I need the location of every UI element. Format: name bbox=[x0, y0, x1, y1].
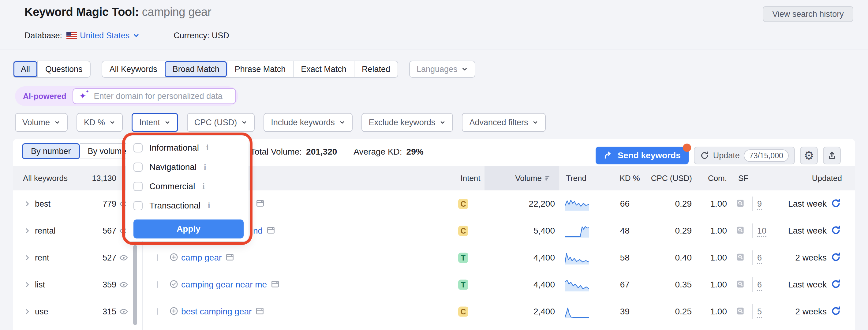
add-keyword-icon bbox=[169, 252, 179, 262]
refresh-row-button[interactable] bbox=[831, 198, 841, 210]
tab-all-keywords[interactable]: All Keywords bbox=[102, 61, 165, 77]
column-volume[interactable]: Volume bbox=[485, 166, 552, 190]
search-query: camping gear bbox=[142, 5, 212, 18]
average-kd-label: Average KD: bbox=[353, 147, 402, 157]
kd-value: 48 bbox=[620, 226, 629, 236]
view-search-history-button[interactable]: View search history bbox=[763, 6, 853, 22]
update-quota-pill: 73/15,000 bbox=[744, 149, 789, 162]
intent-option-navigational[interactable]: Navigationali bbox=[126, 157, 249, 177]
sf-count[interactable]: 9 bbox=[757, 199, 762, 210]
cpc-value: 0.29 bbox=[675, 226, 692, 236]
keyword-link[interactable]: camp gear bbox=[181, 253, 222, 263]
send-keywords-button[interactable]: Send keywords bbox=[596, 147, 688, 164]
kd-value: 67 bbox=[620, 280, 629, 290]
sort-descending-icon bbox=[545, 175, 552, 181]
tab-related[interactable]: Related bbox=[354, 61, 398, 77]
option-label: Transactional bbox=[149, 201, 200, 211]
sf-count[interactable]: 6 bbox=[757, 280, 762, 291]
match-type-tabs: AllQuestions All KeywordsBroad MatchPhra… bbox=[13, 61, 475, 78]
row-checkbox[interactable] bbox=[157, 281, 158, 288]
chevron-down-icon bbox=[439, 119, 446, 125]
column-kd[interactable]: KD % bbox=[620, 174, 640, 183]
intent-option-informational[interactable]: Informationali bbox=[126, 138, 249, 157]
intent-option-transactional[interactable]: Transactionali bbox=[126, 196, 249, 215]
domain-input[interactable] bbox=[93, 91, 229, 101]
chevron-down-icon bbox=[109, 119, 115, 125]
info-icon[interactable]: i bbox=[202, 182, 205, 191]
tab-exact-match[interactable]: Exact Match bbox=[293, 61, 354, 77]
column-sf[interactable]: SF bbox=[738, 174, 748, 183]
keyword-link[interactable]: camping gear near me bbox=[181, 280, 267, 290]
ai-powered-badge: AI-powered bbox=[23, 92, 66, 101]
option-checkbox[interactable] bbox=[133, 182, 143, 191]
info-icon[interactable]: i bbox=[204, 162, 206, 172]
update-button[interactable]: Update 73/15,000 bbox=[694, 147, 795, 164]
option-checkbox[interactable] bbox=[133, 143, 143, 152]
info-icon[interactable]: i bbox=[206, 143, 209, 152]
all-keywords-header-label: All keywords bbox=[23, 174, 68, 183]
row-checkbox[interactable] bbox=[157, 308, 158, 315]
keyword-row: camp gearT4,400580.401.0062 weeks bbox=[13, 244, 855, 271]
currency-text: Currency: USD bbox=[174, 31, 229, 40]
updated-value: 2 weeks bbox=[795, 253, 827, 263]
serp-preview-icon bbox=[225, 252, 235, 262]
toggle-by-number[interactable]: By number bbox=[22, 143, 80, 159]
refresh-row-button[interactable] bbox=[831, 252, 841, 264]
filter-volume[interactable]: Volume bbox=[15, 113, 68, 132]
intent-badge: C bbox=[458, 199, 468, 209]
filter-kd[interactable]: KD % bbox=[76, 113, 123, 132]
intent-badge: T bbox=[458, 253, 468, 263]
column-com[interactable]: Com. bbox=[708, 174, 727, 183]
sf-count[interactable]: 6 bbox=[757, 253, 762, 264]
refresh-row-button[interactable] bbox=[831, 225, 841, 237]
keyword-link[interactable]: best camping gear bbox=[181, 307, 252, 317]
sf-count[interactable]: 5 bbox=[757, 307, 762, 318]
serp-preview-icon bbox=[266, 226, 275, 235]
filter-cpc-usd[interactable]: CPC (USD) bbox=[187, 113, 255, 132]
filters-row: VolumeKD %IntentCPC (USD)Include keyword… bbox=[15, 113, 546, 132]
export-button[interactable] bbox=[823, 147, 841, 164]
toolbar-actions: Send keywords Update 73/15,000 ⚙ bbox=[596, 147, 841, 164]
tab-phrase-match[interactable]: Phrase Match bbox=[227, 61, 293, 77]
volume-value: 22,200 bbox=[529, 199, 555, 209]
settings-button[interactable]: ⚙ bbox=[800, 147, 818, 164]
chevron-down-icon bbox=[164, 119, 170, 125]
intent-options: InformationaliNavigationaliCommercialiTr… bbox=[126, 138, 249, 215]
intent-badge: C bbox=[458, 226, 468, 236]
filter-exclude-keywords[interactable]: Exclude keywords bbox=[362, 113, 453, 132]
database-value-link[interactable]: United States bbox=[80, 31, 129, 40]
filter-advanced-filters[interactable]: Advanced filters bbox=[462, 113, 546, 132]
column-trend[interactable]: Trend bbox=[566, 174, 586, 183]
option-checkbox[interactable] bbox=[133, 201, 143, 210]
refresh-row-button[interactable] bbox=[831, 279, 841, 291]
keyword-link[interactable]: nd bbox=[253, 226, 262, 236]
tab-broad-match[interactable]: Broad Match bbox=[165, 61, 227, 77]
serp-preview-icon bbox=[255, 199, 265, 208]
database-label: Database: bbox=[25, 31, 62, 40]
info-icon[interactable]: i bbox=[208, 201, 210, 210]
database-chevron-down-icon[interactable] bbox=[132, 32, 140, 39]
com-value: 1.00 bbox=[710, 280, 727, 290]
option-checkbox[interactable] bbox=[133, 162, 143, 172]
row-checkbox[interactable] bbox=[157, 254, 158, 261]
tab-questions[interactable]: Questions bbox=[37, 61, 90, 77]
filter-include-keywords[interactable]: Include keywords bbox=[264, 113, 352, 132]
sf-count[interactable]: 10 bbox=[757, 226, 766, 237]
column-cpc[interactable]: CPC (USD) bbox=[651, 174, 692, 183]
com-value: 1.00 bbox=[710, 253, 727, 263]
intent-option-commercial[interactable]: Commerciali bbox=[126, 177, 249, 196]
refresh-metrics-icon bbox=[831, 225, 841, 235]
com-value: 1.00 bbox=[710, 199, 727, 209]
kd-value: 58 bbox=[620, 253, 629, 263]
filter-intent[interactable]: Intent bbox=[132, 113, 178, 132]
serp-features-icon bbox=[736, 279, 745, 289]
languages-dropdown-button[interactable]: Languages bbox=[409, 61, 475, 78]
column-updated[interactable]: Updated bbox=[812, 174, 842, 183]
refresh-row-button[interactable] bbox=[831, 306, 841, 318]
tab-all[interactable]: All bbox=[13, 61, 37, 77]
trend-sparkline bbox=[565, 224, 589, 238]
cpc-value: 0.35 bbox=[675, 280, 692, 290]
updated-value: Last week bbox=[788, 226, 827, 236]
summary-stats: Total Volume: 201,320 Average KD: 29% bbox=[250, 146, 424, 157]
apply-button[interactable]: Apply bbox=[133, 219, 244, 238]
